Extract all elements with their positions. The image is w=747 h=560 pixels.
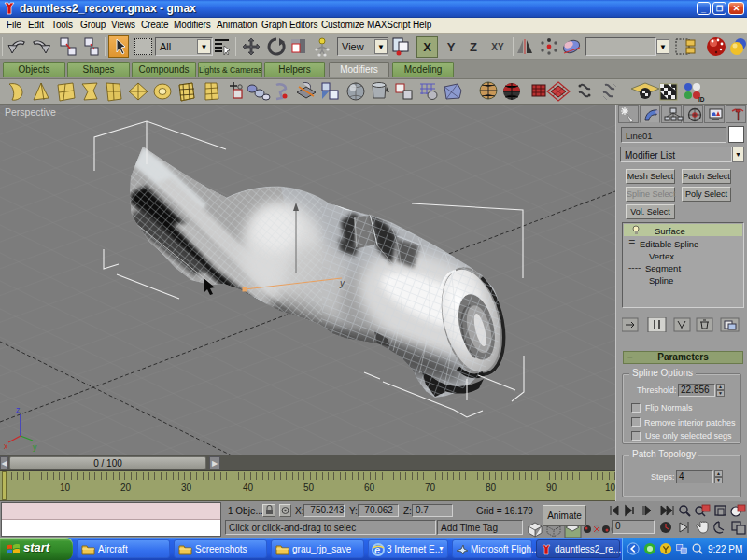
svg-text:x: x: [4, 441, 8, 451]
svg-text:y: y: [33, 442, 37, 452]
svg-text:Perspective: Perspective: [5, 106, 56, 118]
svg-text:ID: ID: [698, 96, 705, 103]
svg-text:y: y: [339, 278, 345, 288]
svg-text:z: z: [16, 405, 21, 414]
